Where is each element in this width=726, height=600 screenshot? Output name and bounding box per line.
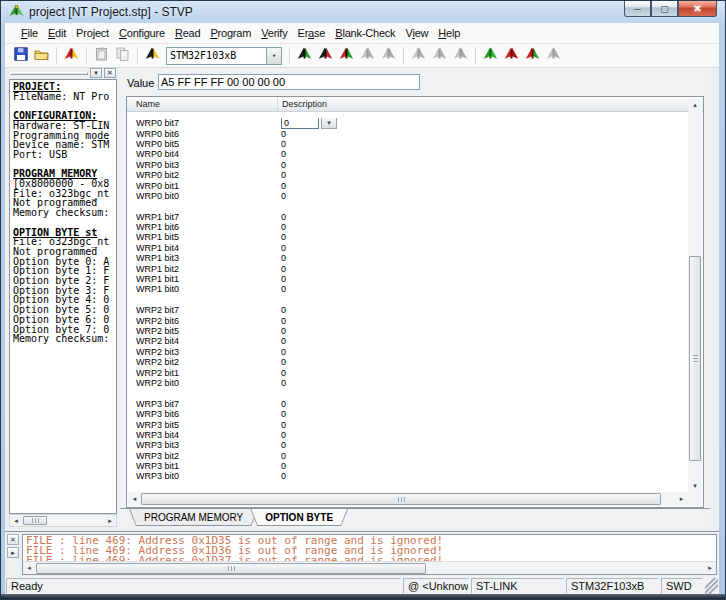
table-hscrollbar[interactable]: ◂ ▸ [128, 492, 688, 506]
option-row-spacer [128, 201, 688, 211]
value-input[interactable] [158, 74, 420, 90]
app-window: project [NT Project.stp] - STVP ─ ▢ ✕ Fi… [0, 0, 726, 600]
option-row-wrp0-bit5[interactable]: WRP0 bit50 [128, 139, 688, 149]
scrollbar-thumb[interactable] [689, 256, 701, 461]
option-row-wrp0-bit6[interactable]: WRP0 bit60 [128, 128, 688, 138]
panel-grip[interactable]: ▾ ✕ [9, 68, 117, 78]
option-row-wrp1-bit0[interactable]: WRP1 bit00 [128, 284, 688, 294]
menu-blank-check[interactable]: Blank-Check [330, 24, 400, 42]
option-value-dropdown[interactable]: 0▼ [281, 118, 688, 129]
resize-grip[interactable] [705, 578, 718, 594]
option-row-wrp2-bit5[interactable]: WRP2 bit50 [128, 326, 688, 336]
scroll-left-button[interactable]: ◂ [128, 492, 141, 506]
configure-st-link-button[interactable] [61, 46, 82, 66]
column-header-name[interactable]: Name [127, 97, 278, 111]
close-button[interactable]: ✕ [678, 1, 717, 17]
scrollbar-thumb[interactable] [23, 516, 47, 525]
combo-dropdown-icon[interactable]: ▾ [266, 48, 281, 64]
menu-view[interactable]: View [400, 24, 433, 42]
title-bar[interactable]: project [NT Project.stp] - STVP ─ ▢ ✕ [1, 1, 725, 23]
menu-file[interactable]: File [16, 24, 43, 42]
tab-program-memory[interactable]: PROGRAM MEMORY [129, 509, 258, 526]
option-row-wrp1-bit1[interactable]: WRP1 bit10 [128, 274, 688, 284]
option-row-wrp0-bit7[interactable]: WRP0 bit70▼ [128, 118, 688, 128]
scrollbar-corner [688, 492, 702, 506]
scrollbar-thumb[interactable] [141, 493, 661, 505]
option-row-wrp0-bit1[interactable]: WRP0 bit10 [128, 180, 688, 190]
option-row-wrp0-bit2[interactable]: WRP0 bit20 [128, 170, 688, 180]
menu-help[interactable]: Help [433, 24, 465, 42]
dropdown-value[interactable]: 0 [281, 118, 319, 129]
scroll-down-button[interactable]: ▾ [688, 479, 702, 492]
option-value: 0 [279, 368, 688, 378]
option-row-wrp0-bit3[interactable]: WRP0 bit30 [128, 160, 688, 170]
menu-erase[interactable]: Erase [293, 24, 331, 42]
minimize-button[interactable]: ─ [624, 1, 651, 17]
option-row-wrp2-bit2[interactable]: WRP2 bit20 [128, 357, 688, 367]
option-row-wrp2-bit4[interactable]: WRP2 bit40 [128, 336, 688, 346]
chevron-down-icon[interactable]: ▼ [321, 118, 337, 129]
column-header-description[interactable]: Description [278, 97, 327, 111]
option-value: 0 [279, 212, 688, 222]
menu-program[interactable]: Program [205, 24, 256, 42]
option-row-wrp2-bit1[interactable]: WRP2 bit10 [128, 367, 688, 377]
open-button[interactable] [31, 46, 52, 66]
program-current-tab-button[interactable] [315, 46, 336, 66]
option-row-wrp3-bit6[interactable]: WRP3 bit60 [128, 409, 688, 419]
verify-device-button[interactable] [522, 46, 543, 66]
maximize-button[interactable]: ▢ [651, 1, 678, 17]
option-row-wrp1-bit5[interactable]: WRP1 bit50 [128, 232, 688, 242]
option-name: WRP0 bit6 [128, 129, 279, 139]
option-row-wrp2-bit3[interactable]: WRP2 bit30 [128, 347, 688, 357]
option-name: WRP0 bit1 [128, 181, 279, 191]
panel-menu-button[interactable]: ▾ [90, 68, 102, 78]
option-row-wrp2-bit7[interactable]: WRP2 bit70 [128, 305, 688, 315]
option-row-wrp3-bit2[interactable]: WRP3 bit20 [128, 451, 688, 461]
option-row-wrp3-bit7[interactable]: WRP3 bit70 [128, 399, 688, 409]
option-row-wrp1-bit4[interactable]: WRP1 bit40 [128, 243, 688, 253]
read-device-button[interactable] [480, 46, 501, 66]
read-current-tab-button[interactable] [294, 46, 315, 66]
scroll-left-button[interactable]: ◂ [10, 515, 22, 526]
log-pin-button[interactable]: ▸ [7, 547, 19, 558]
scrollbar-thumb[interactable] [36, 563, 426, 574]
option-row-wrp0-bit4[interactable]: WRP0 bit40 [128, 149, 688, 159]
option-row-wrp0-bit0[interactable]: WRP0 bit00 [128, 191, 688, 201]
option-row-wrp2-bit0[interactable]: WRP2 bit00 [128, 378, 688, 388]
scroll-right-button[interactable]: ▸ [104, 515, 116, 526]
scroll-left-button[interactable]: ◂ [23, 563, 35, 574]
option-row-wrp2-bit6[interactable]: WRP2 bit60 [128, 315, 688, 325]
tab-option-byte[interactable]: OPTION BYTE [250, 509, 348, 526]
option-row-wrp1-bit2[interactable]: WRP1 bit20 [128, 263, 688, 273]
option-value: 0 [279, 264, 688, 274]
grip-handle[interactable] [10, 72, 88, 75]
menu-project[interactable]: Project [71, 24, 114, 42]
log-hscrollbar[interactable]: ◂ ▸ [23, 561, 716, 574]
program-device-button[interactable] [501, 46, 522, 66]
menu-edit[interactable]: Edit [43, 24, 71, 42]
option-row-wrp3-bit5[interactable]: WRP3 bit50 [128, 419, 688, 429]
option-row-wrp3-bit3[interactable]: WRP3 bit30 [128, 440, 688, 450]
menu-configure[interactable]: Configure [114, 24, 170, 42]
read-all-tabs-icon [411, 47, 426, 65]
option-row-wrp1-bit6[interactable]: WRP1 bit60 [128, 222, 688, 232]
option-row-wrp1-bit3[interactable]: WRP1 bit30 [128, 253, 688, 263]
option-row-wrp3-bit1[interactable]: WRP3 bit10 [128, 461, 688, 471]
menu-verify[interactable]: Verify [256, 24, 292, 42]
option-row-wrp3-bit0[interactable]: WRP3 bit00 [128, 471, 688, 481]
menu-read[interactable]: Read [170, 24, 206, 42]
sidebar-hscrollbar[interactable]: ◂ ▸ [9, 514, 117, 527]
scroll-up-button[interactable]: ▴ [688, 98, 702, 111]
select-device-button[interactable] [142, 46, 163, 66]
scroll-right-button[interactable]: ▸ [675, 492, 688, 506]
log-close-button[interactable]: ✕ [7, 534, 19, 545]
device-combo[interactable]: STM32F103xB▾ [166, 47, 282, 65]
verify-current-tab-button[interactable] [336, 46, 357, 66]
table-vscrollbar[interactable]: ▴ ▾ [688, 98, 702, 492]
option-row-wrp1-bit7[interactable]: WRP1 bit70 [128, 212, 688, 222]
save-button[interactable] [10, 46, 31, 66]
panel-close-button[interactable]: ✕ [104, 68, 116, 78]
scroll-right-button[interactable]: ▸ [704, 563, 716, 574]
option-row-wrp3-bit4[interactable]: WRP3 bit40 [128, 430, 688, 440]
option-name: WRP2 bit3 [128, 347, 279, 357]
